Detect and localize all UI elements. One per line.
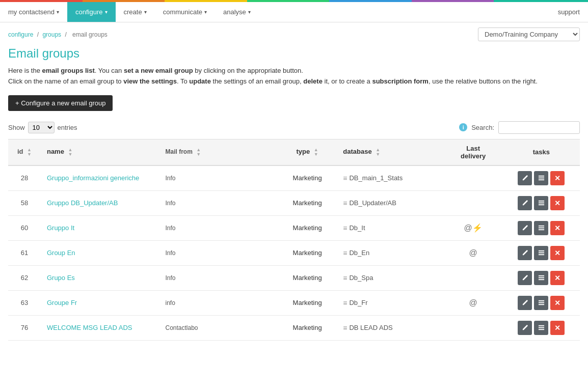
cell-mailfrom: Info [159,265,278,290]
cell-last-delivery [444,315,503,340]
table-row: 60Gruppo ItInfoMarketing≡Db_It@⚡ ✕ [8,215,580,240]
info-icon: i [459,123,467,131]
list-button[interactable] [534,321,548,335]
database-link[interactable]: ≡Db_Fr [343,299,437,307]
group-name-link[interactable]: Grupo Es [47,274,75,282]
delete-button[interactable]: ✕ [550,246,565,260]
delete-button[interactable]: ✕ [550,196,565,210]
cell-tasks: ✕ [503,290,580,315]
page-description: Here is the email groups list. You can s… [8,66,580,87]
table-row: 28Gruppo_informazioni genericheInfoMarke… [8,165,580,191]
database-link[interactable]: ≡DB_Updater/AB [343,199,437,207]
svg-rect-16 [539,302,544,303]
caret-icon: ▾ [204,9,207,15]
at-icon: @ [464,224,472,232]
cell-name: Gruppo It [41,215,159,240]
database-link[interactable]: ≡Db_It [343,224,437,232]
nav-my-contactsend[interactable]: my contactsend ▾ [0,2,67,22]
table-row: 62Grupo EsInfoMarketing≡Db_Spa ✕ [8,265,580,290]
table-row: 61Group EnInfoMarketing≡Db_En@ ✕ [8,240,580,265]
database-link[interactable]: ≡Db_Spa [343,274,437,282]
edit-button[interactable] [518,221,532,235]
edit-button[interactable] [518,321,532,335]
list-button[interactable] [534,271,548,285]
col-last-delivery: Lastdelivery [444,139,503,165]
company-select[interactable]: Demo/Training Company [478,27,580,41]
group-name-link[interactable]: WELCOME MSG LEAD ADS [47,324,132,331]
cell-database: ≡DB LEAD ADS [337,315,443,340]
caret-icon: ▾ [248,9,251,15]
group-name-link[interactable]: Gruppo DB_Updater/AB [47,199,118,207]
nav-label: configure [75,8,102,16]
group-name-link[interactable]: Gruppo It [47,224,74,232]
list-button[interactable] [534,221,548,235]
nav-configure[interactable]: configure ▾ [67,2,115,22]
cell-database: ≡DB_main_1_Stats [337,165,443,191]
edit-button[interactable] [518,196,532,210]
group-name-link[interactable]: Group En [47,249,75,257]
cell-name: Gruppo_informazioni generiche [41,165,159,191]
cell-database: ≡Db_Spa [337,265,443,290]
edit-button[interactable] [518,246,532,260]
db-icon: ≡ [343,324,347,332]
cell-mailfrom: Contactlabo [159,315,278,340]
delete-button[interactable]: ✕ [550,221,565,235]
edit-button[interactable] [518,296,532,310]
breadcrumb-groups[interactable]: groups [42,31,61,38]
configure-new-email-group-button[interactable]: + Configure a new email group [8,95,113,111]
db-icon: ≡ [343,199,347,207]
cell-name: Group En [41,240,159,265]
edit-button[interactable] [518,271,532,285]
entries-select[interactable]: 10 25 50 100 [28,122,55,133]
cell-tasks: ✕ [503,240,580,265]
cell-tasks: ✕ [503,190,580,215]
svg-rect-1 [539,178,544,179]
search-input[interactable] [498,121,580,134]
nav-create[interactable]: create ▾ [116,2,155,22]
cell-type: Marketing [278,290,337,315]
caret-icon: ▾ [105,9,108,15]
top-nav: my contactsend ▾ configure ▾ create ▾ co… [0,2,588,22]
breadcrumb-configure[interactable]: configure [8,31,33,38]
database-link[interactable]: ≡Db_En [343,249,437,257]
cell-database: ≡Db_Fr [337,290,443,315]
nav-support[interactable]: support [550,2,588,22]
delete-button[interactable]: ✕ [550,171,565,185]
group-name-link[interactable]: Groupe Fr [47,299,77,306]
list-button[interactable] [534,196,548,210]
svg-rect-7 [539,228,544,229]
database-link[interactable]: ≡DB LEAD ADS [343,324,437,332]
cell-tasks: ✕ [503,165,580,191]
database-link[interactable]: ≡DB_main_1_Stats [343,174,437,182]
cell-type: Marketing [278,215,337,240]
db-icon: ≡ [343,274,347,282]
cell-last-delivery [444,265,503,290]
cell-id: 28 [8,165,41,191]
svg-rect-11 [539,254,544,255]
email-groups-table: id ▲▼ name ▲▼ Mail from ▲▼ type ▲▼ datab… [8,139,580,341]
list-button[interactable] [534,246,548,260]
cell-database: ≡Db_En [337,240,443,265]
delete-button[interactable]: ✕ [550,321,565,335]
nav-communicate[interactable]: communicate ▾ [155,2,215,22]
caret-icon: ▾ [57,9,59,15]
cell-mailfrom: info [159,290,278,315]
table-row: 63Groupe FrinfoMarketing≡Db_Fr@ ✕ [8,290,580,315]
delete-button[interactable]: ✕ [550,296,565,310]
svg-rect-13 [539,277,544,278]
db-icon: ≡ [343,249,347,257]
list-button[interactable] [534,171,548,185]
cell-id: 76 [8,315,41,340]
nav-analyse[interactable]: analyse ▾ [215,2,259,22]
list-button[interactable] [534,296,548,310]
cell-name: Grupo Es [41,265,159,290]
group-name-link[interactable]: Gruppo_informazioni generiche [47,174,139,182]
svg-rect-15 [539,300,544,301]
edit-button[interactable] [518,171,532,185]
cell-tasks: ✕ [503,265,580,290]
delete-button[interactable]: ✕ [550,271,565,285]
page-title: Email groups [8,46,580,61]
cell-type: Marketing [278,240,337,265]
cell-tasks: ✕ [503,315,580,340]
col-name: name ▲▼ [41,139,159,165]
